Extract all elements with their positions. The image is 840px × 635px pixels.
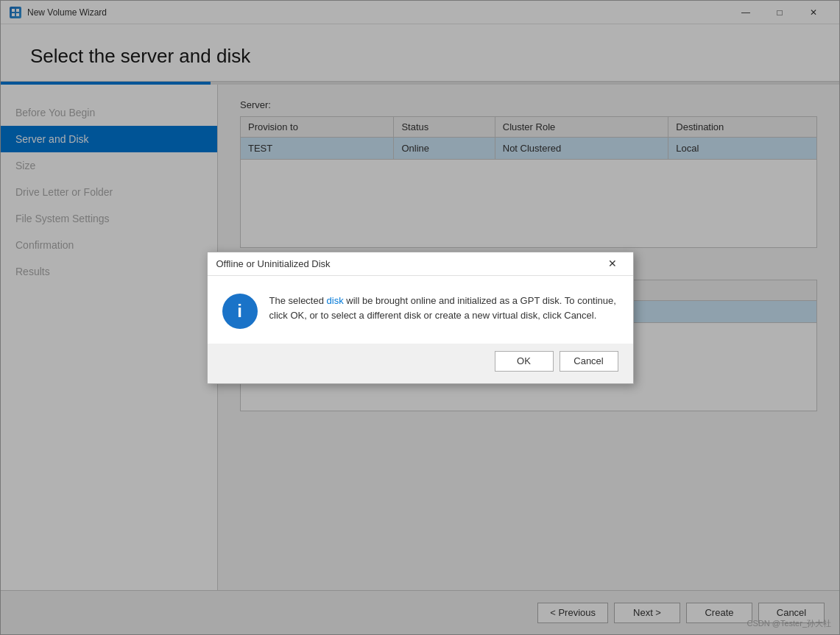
modal-cancel-button[interactable]: Cancel — [560, 351, 618, 372]
modal-title-bar: Offline or Uninitialized Disk ✕ — [208, 252, 633, 276]
modal-overlay: Offline or Uninitialized Disk ✕ i The se… — [0, 0, 840, 635]
modal-info-icon: i — [222, 294, 258, 329]
modal-close-button[interactable]: ✕ — [601, 253, 624, 274]
modal-title: Offline or Uninitialized Disk — [216, 258, 601, 269]
modal-body: i The selected disk will be brought onli… — [208, 276, 633, 344]
modal-dialog: Offline or Uninitialized Disk ✕ i The se… — [207, 252, 634, 384]
modal-message: The selected disk will be brought online… — [269, 294, 618, 324]
modal-ok-button[interactable]: OK — [495, 351, 554, 372]
modal-footer: OK Cancel — [208, 344, 633, 383]
